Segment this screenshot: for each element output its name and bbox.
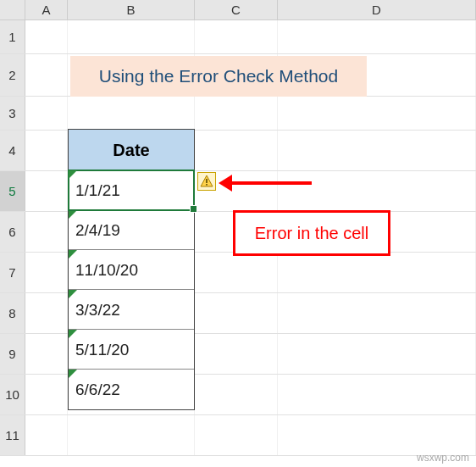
row-header-11[interactable]: 11 (0, 415, 25, 455)
arrow-line (229, 181, 312, 185)
watermark: wsxwp.com (417, 452, 469, 464)
row-header-8[interactable]: 8 (0, 293, 25, 333)
row-header-4[interactable]: 4 (0, 131, 25, 170)
cell-value: 1/1/21 (75, 181, 120, 199)
svg-rect-2 (206, 184, 208, 186)
col-header-A[interactable]: A (25, 0, 68, 19)
title-banner: Using the Error Check Method (70, 56, 367, 97)
row-header-3[interactable]: 3 (0, 97, 25, 130)
cell-B6[interactable]: 2/4/19 (69, 210, 194, 250)
select-all-corner[interactable] (0, 0, 25, 19)
cell-B9[interactable]: 5/11/20 (69, 330, 194, 370)
annotation-arrow (219, 175, 312, 192)
annotation-callout: Error in the cell (233, 210, 390, 256)
error-triangle-icon (69, 250, 77, 259)
cell-B8[interactable]: 3/3/22 (69, 290, 194, 330)
svg-rect-1 (206, 179, 208, 183)
error-triangle-icon (69, 370, 77, 378)
error-triangle-icon (69, 170, 77, 179)
table-header-date[interactable]: Date (69, 130, 194, 170)
cell-value: 3/3/22 (75, 301, 120, 319)
row-header-6[interactable]: 6 (0, 212, 25, 252)
cell-value: 2/4/19 (75, 221, 120, 239)
col-header-B[interactable]: B (68, 0, 195, 19)
row-header-2[interactable]: 2 (0, 54, 25, 96)
error-triangle-icon (69, 210, 77, 219)
row-header-1[interactable]: 1 (0, 20, 25, 53)
column-headers: A B C D (0, 0, 476, 20)
row-header-10[interactable]: 10 (0, 375, 25, 414)
cell-B5[interactable]: 1/1/21 (69, 170, 194, 210)
row-header-5[interactable]: 5 (0, 171, 25, 211)
error-triangle-icon (69, 330, 77, 338)
data-table: Date 1/1/21 2/4/19 11/10/20 3/3/22 5/11/… (68, 129, 195, 410)
col-header-D[interactable]: D (278, 0, 476, 19)
row-header-7[interactable]: 7 (0, 253, 25, 292)
error-check-button[interactable] (197, 172, 216, 191)
cell-value: 11/10/20 (75, 261, 138, 279)
error-triangle-icon (69, 290, 77, 298)
row-header-9[interactable]: 9 (0, 334, 25, 374)
cell-value: 5/11/20 (75, 341, 129, 359)
cell-value: 6/6/22 (75, 381, 120, 398)
cell-B10[interactable]: 6/6/22 (69, 370, 194, 409)
warning-icon (200, 175, 213, 188)
col-header-C[interactable]: C (195, 0, 278, 19)
cell-B7[interactable]: 11/10/20 (69, 250, 194, 290)
